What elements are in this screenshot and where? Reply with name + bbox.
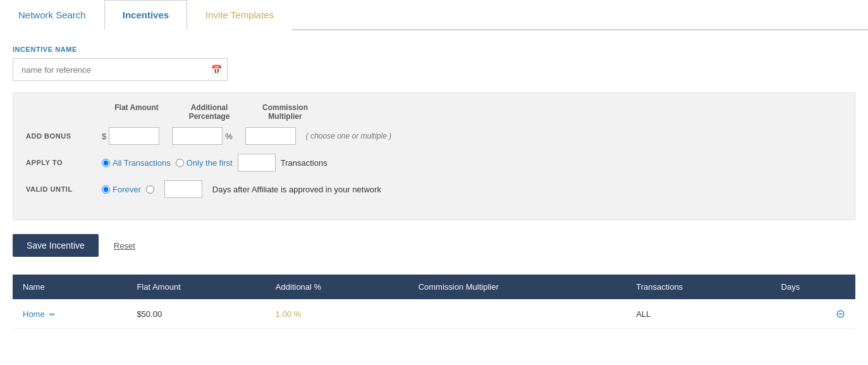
- dollar-sign: $: [102, 132, 106, 141]
- incentives-table-section: Name Flat Amount Additional % Commission…: [13, 275, 855, 329]
- cell-name: Home ✏: [13, 299, 126, 329]
- apply-to-radio-group: All Transactions Only the first Transact…: [102, 154, 327, 171]
- incentives-table: Name Flat Amount Additional % Commission…: [13, 275, 855, 329]
- table-body: Home ✏ $50.00 1.00 % ALL ⊝: [13, 299, 855, 329]
- only-first-radio-label[interactable]: Only the first: [176, 158, 233, 168]
- edit-icon[interactable]: ✏: [49, 311, 55, 318]
- col-name: Name: [13, 275, 126, 299]
- flat-amount-header: Flat Amount: [108, 103, 165, 121]
- forever-radio-label[interactable]: Forever: [102, 185, 141, 194]
- percent-sign: %: [225, 132, 233, 141]
- incentive-name-field-wrapper: 📅: [13, 58, 228, 81]
- all-transactions-text: All Transactions: [113, 158, 171, 168]
- cell-commission-multiplier: [408, 299, 627, 329]
- cell-flat-amount: $50.00: [126, 299, 265, 329]
- bonus-config-box: Flat Amount Additional Percentage Commis…: [13, 92, 855, 220]
- tab-incentives[interactable]: Incentives: [104, 0, 187, 30]
- commission-multiplier-input[interactable]: [245, 127, 296, 145]
- forever-text: Forever: [113, 185, 141, 194]
- table-header-row: Name Flat Amount Additional % Commission…: [13, 275, 855, 299]
- forever-radio[interactable]: [102, 185, 110, 194]
- action-row: Save Incentive Reset: [13, 234, 855, 257]
- tabs-bar: Network Search Incentives Invite Templat…: [0, 0, 868, 30]
- transaction-count-input[interactable]: [238, 154, 276, 171]
- all-transactions-radio[interactable]: [102, 159, 110, 167]
- apply-to-row: APPLY TO All Transactions Only the first…: [26, 154, 842, 171]
- col-transactions: Transactions: [626, 275, 771, 299]
- commission-multiplier-header: Commission Multiplier: [254, 103, 317, 121]
- bonus-headers: Flat Amount Additional Percentage Commis…: [108, 103, 842, 121]
- valid-until-label: VALID UNTIL: [26, 185, 102, 193]
- cell-transactions: ALL: [626, 299, 771, 329]
- days-radio[interactable]: [146, 185, 154, 194]
- cell-days: ⊝: [771, 299, 855, 329]
- flat-amount-input[interactable]: [109, 127, 159, 145]
- only-first-radio[interactable]: [176, 159, 184, 167]
- transactions-label: Transactions: [281, 158, 327, 168]
- reset-button[interactable]: Reset: [114, 241, 135, 251]
- additional-percentage-input[interactable]: [172, 127, 223, 145]
- additional-percentage-header: Additional Percentage: [178, 103, 241, 121]
- incentive-name-input[interactable]: [18, 61, 211, 78]
- tab-network-search[interactable]: Network Search: [0, 0, 104, 30]
- days-after-text: Days after Affiliate is approved in your…: [212, 185, 381, 194]
- table-head: Name Flat Amount Additional % Commission…: [13, 275, 855, 299]
- choose-hint: ( choose one or multiple ): [306, 132, 391, 140]
- only-first-text: Only the first: [186, 158, 233, 168]
- valid-until-row: VALID UNTIL Forever Days after Affiliate…: [26, 180, 842, 198]
- valid-until-radio-group: Forever Days after Affiliate is approved…: [102, 180, 381, 198]
- add-bonus-label: ADD BONUS: [26, 132, 102, 140]
- save-incentive-button[interactable]: Save Incentive: [13, 234, 99, 257]
- days-count-input[interactable]: [164, 180, 202, 198]
- incentive-name-label: INCENTIVE NAME: [13, 46, 855, 53]
- all-transactions-radio-label[interactable]: All Transactions: [102, 158, 171, 168]
- row-name-link[interactable]: Home: [23, 309, 45, 319]
- remove-button[interactable]: ⊝: [781, 307, 845, 321]
- cell-additional-pct: 1.00 %: [266, 299, 408, 329]
- main-content: INCENTIVE NAME 📅 Flat Amount Additional …: [0, 30, 868, 344]
- col-additional-pct: Additional %: [266, 275, 408, 299]
- col-days: Days: [771, 275, 855, 299]
- add-bonus-row: ADD BONUS $ % ( choose one or multiple ): [26, 127, 842, 145]
- table-row: Home ✏ $50.00 1.00 % ALL ⊝: [13, 299, 855, 329]
- col-commission-multiplier: Commission Multiplier: [408, 275, 627, 299]
- apply-to-label: APPLY TO: [26, 159, 102, 166]
- col-flat-amount: Flat Amount: [126, 275, 265, 299]
- calendar-icon[interactable]: 📅: [211, 65, 222, 75]
- tab-invite-templates[interactable]: Invite Templates: [187, 0, 292, 30]
- days-radio-label[interactable]: [146, 185, 154, 194]
